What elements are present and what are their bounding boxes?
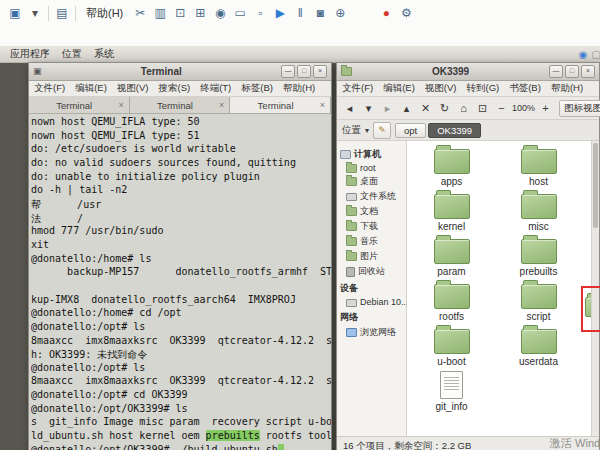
close-button[interactable]: × bbox=[581, 65, 595, 78]
help-menu[interactable]: 帮助(H) bbox=[79, 4, 130, 23]
nav-dropdown-icon[interactable]: ▾ bbox=[359, 100, 378, 117]
settings-icon[interactable]: ⚙ bbox=[396, 3, 416, 23]
sidebar-item[interactable]: 浏览网络 bbox=[337, 325, 406, 340]
tab-close-icon[interactable]: × bbox=[217, 100, 226, 110]
file-manager-titlebar[interactable]: OK3399 —□× bbox=[337, 63, 599, 81]
status-text: 16 个项目，剩余空间：2.2 GB bbox=[343, 440, 471, 450]
file-manager-menu-item[interactable]: 帮助(H) bbox=[546, 82, 588, 95]
terminal-titlebar[interactable]: ▣ Terminal —□× bbox=[29, 63, 331, 81]
maximize-button[interactable]: □ bbox=[565, 65, 579, 78]
zoom-icon[interactable]: ⊕ bbox=[330, 3, 350, 23]
folder-icon bbox=[434, 194, 470, 219]
panel-menu-1[interactable]: 应用程序 bbox=[4, 47, 56, 61]
forward-icon[interactable]: ▸ bbox=[378, 100, 397, 117]
tab-close-icon[interactable]: × bbox=[318, 100, 327, 110]
save-dropdown-icon[interactable]: ▾ bbox=[25, 3, 45, 23]
play-icon[interactable]: ▶ bbox=[270, 3, 290, 23]
file-item[interactable]: kernel bbox=[408, 189, 495, 234]
grid-icon[interactable]: ⊞ bbox=[190, 3, 210, 23]
file-manager-menu-item[interactable]: 文件(F) bbox=[337, 82, 378, 95]
select-rect-icon[interactable]: ▭ bbox=[230, 3, 250, 23]
zoom-in-icon[interactable]: + bbox=[536, 100, 555, 117]
terminal-text: @donatello:/home# ls bbox=[31, 253, 151, 264]
minimize-button[interactable]: — bbox=[281, 65, 295, 78]
file-item[interactable]: host bbox=[495, 144, 582, 189]
monitor-icon[interactable]: ⊡ bbox=[170, 3, 190, 23]
file-item[interactable]: script bbox=[495, 279, 582, 324]
zoom-out-icon[interactable]: − bbox=[492, 100, 511, 117]
file-item[interactable]: git_info bbox=[408, 369, 495, 414]
scrollbar-thumb[interactable] bbox=[593, 143, 598, 228]
sidebar-item[interactable]: Debian 10... bbox=[337, 296, 406, 308]
folder-icon bbox=[346, 207, 357, 216]
terminal-line: nown host QEMU_IFLA type: 50 bbox=[31, 116, 331, 130]
file-item[interactable]: userdata bbox=[495, 324, 582, 369]
maximize-button[interactable]: □ bbox=[297, 65, 311, 78]
sidebar-item[interactable]: 音乐 bbox=[337, 234, 406, 249]
tray-icon[interactable]: ▢ bbox=[592, 49, 600, 60]
file-manager-menu-item[interactable]: 书签(B) bbox=[504, 82, 546, 95]
sidebar-item[interactable]: 下载 bbox=[337, 219, 406, 234]
terminal-line: xit bbox=[31, 239, 331, 253]
breadcrumb-opt[interactable]: opt bbox=[395, 123, 426, 138]
file-manager-menu-item[interactable]: 编辑(E) bbox=[378, 82, 420, 95]
terminal-menu-item[interactable]: 帮助(H) bbox=[278, 82, 320, 95]
terminal-menu-item[interactable]: 编辑(E) bbox=[70, 82, 112, 95]
network-icon[interactable]: ◉ bbox=[579, 49, 588, 60]
save-icon[interactable]: ▣ bbox=[5, 3, 25, 23]
panel-menu-2[interactable]: 位置 bbox=[56, 47, 88, 61]
file-item[interactable]: apps bbox=[408, 144, 495, 189]
separator bbox=[48, 6, 49, 21]
sidebar-item[interactable]: 回收站 bbox=[337, 264, 406, 279]
close-button[interactable]: × bbox=[313, 65, 327, 78]
cut-icon[interactable]: ✂ bbox=[130, 3, 150, 23]
minimize-button[interactable]: — bbox=[549, 65, 563, 78]
sidebar-item[interactable]: 文件系统 bbox=[337, 189, 406, 204]
sidebar-item[interactable]: 图片 bbox=[337, 249, 406, 264]
terminal-tab[interactable]: Terminal× bbox=[130, 97, 231, 113]
terminal-tab[interactable]: Terminal× bbox=[29, 97, 130, 113]
sidebar-item[interactable]: 文档 bbox=[337, 204, 406, 219]
terminal-screen[interactable]: nown host QEMU_IFLA type: 50nown host QE… bbox=[29, 114, 331, 450]
home-icon[interactable]: ⌂ bbox=[454, 100, 473, 117]
file-item[interactable]: rootfs bbox=[408, 279, 495, 324]
stop-icon[interactable]: ✕ bbox=[416, 100, 435, 117]
terminal-line: ld_ubuntu.sh host kernel oem prebuilts r… bbox=[31, 430, 331, 444]
computer-icon[interactable]: ⊡ bbox=[473, 100, 492, 117]
snapshot-icon[interactable]: ◙ bbox=[310, 3, 330, 23]
file-manager-menu-item[interactable]: 视图(V) bbox=[420, 82, 462, 95]
record-icon[interactable]: ● bbox=[376, 3, 396, 23]
view-mode-select[interactable]: 图标视图▾ bbox=[559, 100, 600, 117]
folder-icon bbox=[346, 222, 357, 231]
terminal-menu-item[interactable]: 搜索(S) bbox=[153, 82, 195, 95]
terminal-menu-item[interactable]: 终端(T) bbox=[195, 82, 236, 95]
sidebar-item[interactable]: 桌面 bbox=[337, 174, 406, 189]
copy-icon[interactable]: ▥ bbox=[150, 3, 170, 23]
refresh-icon[interactable]: ↻ bbox=[435, 100, 454, 117]
location-dropdown-icon[interactable]: ▾ bbox=[365, 126, 369, 135]
pause-icon[interactable]: ‖ bbox=[290, 3, 310, 23]
tab-close-icon[interactable]: × bbox=[116, 100, 125, 110]
terminal-menu-item[interactable]: 文件(F) bbox=[29, 82, 70, 95]
file-item[interactable]: u-boot bbox=[408, 324, 495, 369]
back-icon[interactable]: ◂ bbox=[340, 100, 359, 117]
folder-icon bbox=[434, 239, 470, 264]
terminal-text: prebuilts bbox=[206, 430, 260, 441]
file-item[interactable]: param bbox=[408, 234, 495, 279]
file-item[interactable]: misc bbox=[495, 189, 582, 234]
terminal-tab[interactable]: Terminal× bbox=[230, 97, 331, 113]
eye-icon[interactable]: ◉ bbox=[210, 3, 230, 23]
file-grid[interactable]: bu appshostkernelmiscparamprebuiltsrootf… bbox=[407, 141, 599, 436]
file-item[interactable]: prebuilts bbox=[495, 234, 582, 279]
breadcrumb-ok3399[interactable]: OK3399 bbox=[428, 123, 481, 138]
select-region-icon[interactable]: ▫ bbox=[250, 3, 270, 23]
panel-menu-3[interactable]: 系统 bbox=[88, 47, 120, 61]
sidebar-section-label: 计算机 bbox=[354, 148, 381, 161]
sidebar-item[interactable]: root bbox=[337, 162, 406, 174]
up-icon[interactable]: ▴ bbox=[397, 100, 416, 117]
terminal-menu-item[interactable]: 标签(B) bbox=[236, 82, 278, 95]
edit-location-button[interactable]: ✎ bbox=[373, 122, 391, 139]
printer-icon[interactable]: ▤ bbox=[52, 3, 72, 23]
file-manager-menu-item[interactable]: 转到(G) bbox=[461, 82, 504, 95]
terminal-menu-item[interactable]: 视图(V) bbox=[112, 82, 154, 95]
